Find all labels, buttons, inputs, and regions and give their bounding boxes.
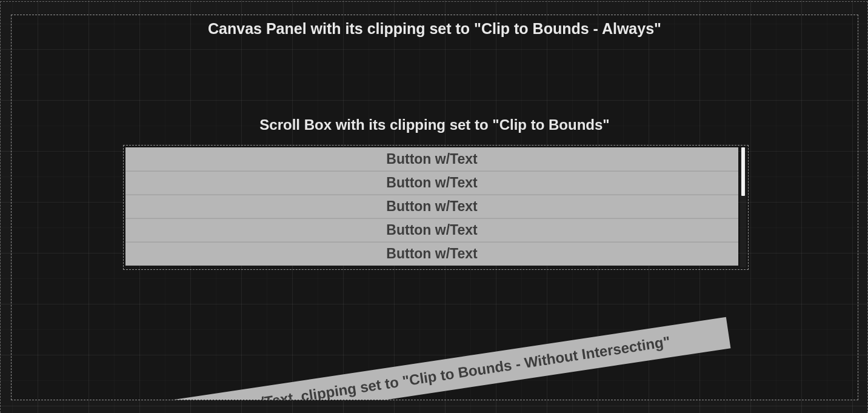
list-button[interactable]: Button w/Text — [125, 242, 738, 266]
list-button[interactable]: Button w/Text — [125, 195, 738, 218]
canvas-panel-title: Canvas Panel with its clipping set to "C… — [12, 20, 858, 38]
scroll-box[interactable]: Button w/Text Button w/Text Button w/Tex… — [123, 145, 749, 270]
list-button-label: Button w/Text — [386, 246, 477, 262]
scrollbar-thumb[interactable] — [741, 147, 745, 196]
list-button-label: Button w/Text — [386, 198, 477, 215]
list-button-label: Button w/Text — [386, 175, 477, 191]
scrollbox-title: Scroll Box with its clipping set to "Cli… — [12, 116, 858, 133]
list-button[interactable]: Button w/Text — [125, 147, 738, 171]
scrollbar-track[interactable] — [740, 147, 746, 267]
rotated-button-label: Button w/Text, clipping set to "Clip to … — [198, 333, 672, 400]
canvas-panel[interactable]: Canvas Panel with its clipping set to "C… — [11, 15, 858, 400]
scroll-box-content: Button w/Text Button w/Text Button w/Tex… — [125, 147, 738, 266]
scroll-box-viewport: Button w/Text Button w/Text Button w/Tex… — [125, 147, 738, 267]
rotated-button[interactable]: Button w/Text, clipping set to "Clip to … — [139, 317, 731, 400]
list-button[interactable]: Button w/Text — [125, 218, 738, 242]
list-button-label: Button w/Text — [386, 151, 477, 167]
umg-designer-viewport: Canvas Panel with its clipping set to "C… — [0, 0, 868, 413]
list-button[interactable]: Button w/Text — [125, 171, 738, 195]
list-button-label: Button w/Text — [386, 222, 477, 238]
